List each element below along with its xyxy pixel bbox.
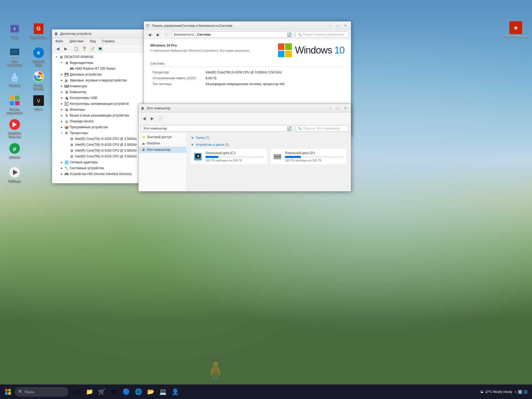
drive-d[interactable]: Локальный диск (D:) 193 ГБ свободно из 2…	[270, 149, 347, 164]
svg-rect-32	[274, 158, 281, 159]
tree-expander-amd: ▶	[65, 66, 69, 71]
devmgr-tb-btn1[interactable]: 📋	[73, 45, 80, 52]
sysinfo-forward-btn[interactable]: ▶	[155, 31, 161, 38]
explorer-search-box[interactable]: 🔍 Поиск в: Этот компьютер	[296, 125, 349, 132]
desktop-icon-team[interactable]: T Team	[4, 21, 25, 45]
tree-label-audio: Звуковые, игровые и видеоустройства	[70, 78, 127, 82]
tray-network-icon[interactable]: 🌐	[523, 390, 528, 394]
edge-label: Microsoft Edge	[29, 60, 48, 67]
desktop-icon-recycle[interactable]: Корзина	[4, 69, 25, 93]
drive-d-info: Локальный диск (D:) 193 ГБ свободно из 2…	[285, 151, 344, 162]
desktop-icon-controlpanel[interactable]: Панель управления	[4, 93, 25, 117]
sys-specs-table: Процессор: Intel(R) Core(TM) i3-4150 CPU…	[150, 69, 344, 87]
desktop-icon-daemon[interactable]: DAEMON Tools Lite	[4, 117, 25, 141]
explorer-close-btn[interactable]: ✕	[342, 106, 349, 111]
devmgr-tb-btn4[interactable]: 💻	[97, 45, 103, 52]
devmgr-forward-btn[interactable]: ▶	[62, 45, 69, 52]
tree-expander-mice: ▶	[60, 113, 64, 118]
svg-rect-8	[11, 49, 18, 54]
sysinfo-up-btn[interactable]: ↑	[163, 31, 170, 38]
desktop-icon-chrome[interactable]: Google Chrome	[28, 69, 49, 93]
explorer-refresh-btn[interactable]: 🔄	[287, 126, 292, 131]
explorer-nav-onedrive[interactable]: ☁ OneDrive	[139, 140, 186, 147]
controlpanel-icon	[8, 94, 21, 107]
utorrent-label: µTorrent	[9, 156, 20, 159]
sys-spec-row-0: Процессор: Intel(R) Core(TM) i3-4150 CPU…	[150, 69, 344, 75]
taskbar-user-btn[interactable]: 👤	[169, 386, 181, 398]
sysinfo-address-path[interactable]: Безопасность › Система 🔄	[172, 31, 294, 38]
devmgr-menu-help[interactable]: Справка	[101, 39, 116, 44]
tree-expander-cpu: ▼	[60, 131, 64, 135]
explorer-content: ⭐ Быстрый доступ ☁ OneDrive 🖥 Этот компь…	[139, 133, 351, 191]
tray-language-icon[interactable]: 🔡	[518, 390, 522, 394]
explorer-forward-btn[interactable]: ▶	[149, 115, 156, 122]
svg-rect-6	[11, 57, 18, 58]
taskbar-store-btn[interactable]: 🛒	[96, 386, 107, 398]
tree-icon-print: 🖨	[64, 119, 69, 123]
explorer-titlebar[interactable]: 🖥 Этот компьютер ─ □ ✕	[139, 104, 351, 113]
nav-onedrive-icon: ☁	[142, 142, 145, 145]
explorer-up-btn[interactable]: ↑	[157, 115, 164, 122]
taskbar-multitask-btn[interactable]: ⧉	[71, 386, 83, 398]
sysinfo-refresh-btn[interactable]: 🔄	[287, 32, 292, 37]
foxit-icon: G	[32, 22, 45, 35]
folders-section: ▼ Папки (7)	[191, 136, 347, 140]
tree-expander-monitor: ▶	[60, 107, 64, 112]
explorer-address-path[interactable]: Этот компьютер 🔄	[141, 125, 294, 132]
explorer-maximize-btn[interactable]: □	[334, 106, 341, 111]
drive-c-bar-fill	[205, 156, 218, 158]
devmgr-back-btn[interactable]: ◀	[54, 45, 61, 52]
devmgr-menu-file[interactable]: Файл	[54, 39, 64, 44]
explorer-nav-quickaccess[interactable]: ⭐ Быстрый доступ	[139, 134, 186, 140]
devmgr-tb-btn3[interactable]: 📝	[89, 45, 95, 52]
explorer-title-text: Этот компьютер	[147, 106, 325, 110]
sysinfo-titlebar[interactable]: 🛡 Панель управления\Система и безопаснос…	[144, 22, 351, 30]
desktop-icon-edge[interactable]: e Microsoft Edge	[28, 45, 49, 69]
tree-expander-cpu0: ▶	[65, 137, 69, 141]
desktop-icon-foxit[interactable]: G Foxit Reader	[28, 21, 49, 45]
win-logo-sq-green	[8, 389, 11, 392]
devices-section: ▼ Устройства и диски (2)	[191, 143, 347, 164]
taskbar-filemanager-btn[interactable]: 📁	[84, 386, 95, 398]
explorer-nav-thispc[interactable]: 🖥 Этот компьютер	[139, 147, 186, 153]
svg-rect-5	[13, 56, 17, 57]
devmgr-menu-action[interactable]: Действие	[69, 39, 85, 44]
tree-icon-cpu2: ⚙	[70, 148, 74, 153]
sys-spec-value-1: 8,00 ГБ	[203, 75, 344, 81]
desktop-icon-thispc[interactable]: Этот компьютер	[4, 45, 25, 69]
corner-app-icon[interactable]: ★ CPUID HWMonitor	[504, 21, 528, 38]
taskbar-pc-btn[interactable]: 💻	[157, 386, 169, 398]
taskbar-chrome-btn[interactable]: 🔵	[120, 386, 132, 398]
folders-section-header[interactable]: ▼ Папки (7)	[191, 136, 347, 140]
desktop-icon-potplayer[interactable]: PotPlayer	[4, 165, 25, 189]
svg-text:T: T	[14, 27, 16, 31]
drive-c[interactable]: Локальный диск (C:) 155 ГБ свободно из 2…	[191, 149, 267, 164]
sysinfo-maximize-btn[interactable]: □	[334, 23, 341, 28]
sys-spec-label-0: Процессор:	[150, 69, 203, 75]
desktop-icon-gtav[interactable]: V GTA V	[28, 93, 49, 117]
devmgr-tb-btn2[interactable]: ❓	[81, 45, 88, 52]
tree-label-storage: Контроллеры запоминающих устройств	[70, 102, 129, 106]
explorer-back-btn[interactable]: ◀	[141, 115, 148, 122]
sysinfo-search-box[interactable]: 🔍 Поиск в панели управления	[296, 31, 349, 38]
win-logo-sq-blue	[5, 392, 8, 395]
devices-section-header[interactable]: ▼ Устройства и диски (2)	[191, 143, 347, 147]
taskbar-search-icon: 🔍	[18, 390, 23, 394]
team-icon: T	[8, 22, 21, 35]
taskbar-search[interactable]: 🔍 Поиск	[15, 387, 68, 396]
sysinfo-title-icon: 🛡	[146, 24, 150, 28]
start-button[interactable]	[2, 386, 14, 398]
sysinfo-back-btn[interactable]: ◀	[146, 31, 153, 38]
tray-expand-icon[interactable]: ∧	[514, 390, 517, 394]
taskbar-explorer-btn[interactable]: 📂	[145, 386, 156, 398]
sysinfo-minimize-btn[interactable]: ─	[327, 23, 334, 28]
sysinfo-close-btn[interactable]: ✕	[342, 23, 349, 28]
taskbar-search-text: Поиск	[24, 390, 34, 394]
explorer-minimize-btn[interactable]: ─	[327, 106, 334, 111]
desktop-icon-utorrent[interactable]: µ µTorrent	[4, 141, 25, 165]
devmgr-menu-view[interactable]: Вид	[89, 39, 97, 44]
sys-spec-label-1: Установленная память (ОЗУ):	[150, 75, 203, 81]
taskbar-edge-btn[interactable]: 🌐	[132, 386, 144, 398]
taskbar-weather[interactable]: 🌤 13°C Mostly cloudy	[480, 390, 512, 394]
taskbar-mail-btn[interactable]: ✉	[108, 386, 120, 398]
